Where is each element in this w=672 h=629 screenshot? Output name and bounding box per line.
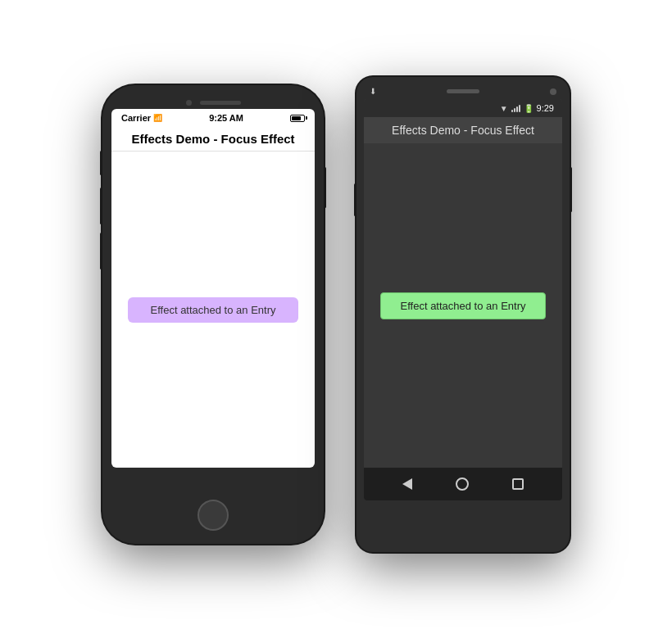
ios-nav-title: Effects Demo - Focus Effect — [121, 132, 305, 146]
ios-entry-field[interactable]: Effect attached to an Entry — [128, 297, 298, 323]
ios-wifi-icon: 📶 — [153, 114, 162, 122]
android-camera — [550, 88, 556, 95]
android-time: 9:29 — [537, 103, 554, 113]
android-status-bar: ▼ 🔋 9:29 — [364, 99, 562, 117]
ios-battery-fill — [292, 116, 301, 120]
ios-time: 9:25 AM — [209, 113, 243, 123]
android-toolbar-title: Effects Demo - Focus Effect — [374, 124, 552, 137]
ios-nav-bar: Effects Demo - Focus Effect — [111, 127, 315, 152]
android-phone: ⬇ ▼ 🔋 9:29 Effects Demo - Focus Effect — [356, 77, 570, 552]
android-nav-bar — [364, 468, 562, 500]
android-power-button — [570, 167, 572, 212]
ios-power-button — [324, 167, 326, 208]
ios-volume-down-button — [100, 233, 102, 269]
android-speaker — [447, 89, 479, 93]
android-entry-field[interactable]: Effect attached to an Entry — [380, 292, 546, 319]
ios-content: Effect attached to an Entry — [111, 152, 315, 468]
ios-home-button[interactable] — [198, 500, 229, 531]
ios-speaker — [200, 101, 241, 105]
android-battery-icon: 🔋 — [524, 104, 534, 113]
android-status-right: ▼ 🔋 9:29 — [500, 103, 554, 113]
android-volume-button — [354, 183, 356, 216]
ios-mute-button — [100, 151, 102, 175]
android-wifi-icon: ▼ — [500, 104, 508, 113]
android-content: Effect attached to an Entry — [364, 143, 562, 468]
ios-carrier-text: Carrier — [121, 113, 151, 123]
ios-status-bar: Carrier 📶 9:25 AM — [111, 109, 315, 127]
ios-carrier: Carrier 📶 — [121, 113, 162, 123]
android-top-area: ⬇ — [363, 85, 563, 99]
android-signal-bars — [511, 104, 520, 112]
ios-top-bar — [111, 97, 316, 107]
ios-volume-up-button — [100, 188, 102, 224]
ios-home-bar-area — [198, 495, 229, 532]
ios-screen: Carrier 📶 9:25 AM Effects Demo - Focus E… — [111, 109, 315, 468]
android-screen: ▼ 🔋 9:29 Effects Demo - Focus Effect Eff… — [364, 99, 562, 500]
android-toolbar: Effects Demo - Focus Effect — [364, 117, 562, 143]
ios-camera — [186, 100, 192, 106]
ios-phone: Carrier 📶 9:25 AM Effects Demo - Focus E… — [102, 85, 324, 544]
android-download-icon: ⬇ — [370, 87, 376, 96]
android-back-button[interactable] — [402, 478, 412, 490]
android-home-button[interactable] — [456, 477, 469, 491]
android-recents-button[interactable] — [512, 478, 524, 490]
ios-battery-icon — [290, 115, 305, 122]
ios-status-right — [290, 115, 305, 122]
